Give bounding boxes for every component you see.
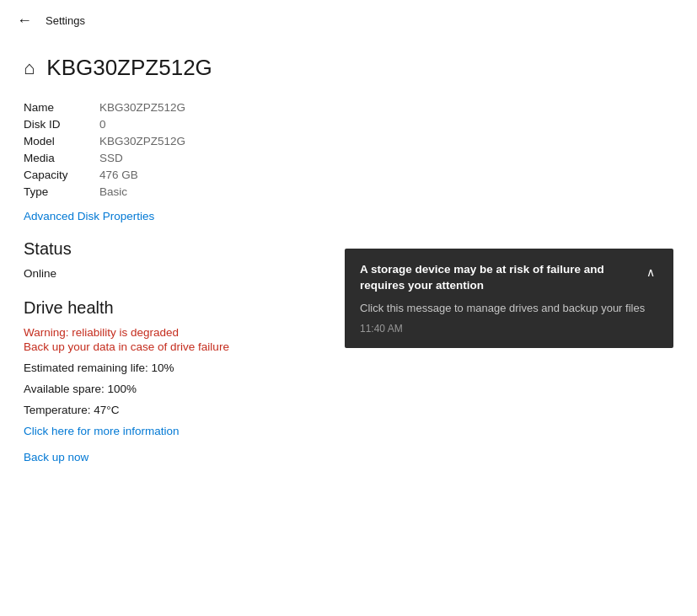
info-row-diskid: Disk ID 0 [24, 118, 673, 131]
back-button[interactable]: ← [13, 10, 35, 31]
advanced-disk-properties-link[interactable]: Advanced Disk Properties [24, 210, 154, 222]
notification-title: A storage device may be at risk of failu… [360, 262, 633, 294]
notification-popup[interactable]: A storage device may be at risk of failu… [345, 249, 673, 348]
notification-body: Click this message to manage drives and … [360, 301, 658, 316]
notification-time: 11:40 AM [360, 323, 658, 335]
more-info-link[interactable]: Click here for more information [24, 425, 180, 437]
available-spare: Available spare: 100% [24, 383, 673, 395]
value-diskid: 0 [99, 118, 106, 131]
value-name: KBG30ZPZ512G [99, 101, 185, 114]
value-capacity: 476 GB [99, 169, 138, 181]
temperature: Temperature: 47°C [24, 404, 673, 416]
notification-header: A storage device may be at risk of failu… [360, 262, 658, 294]
label-media: Media [24, 152, 99, 164]
info-row-model: Model KBG30ZPZ512G [24, 135, 673, 147]
info-row-type: Type Basic [24, 185, 673, 198]
page-header: ⌂ KBG30ZPZ512G [24, 55, 673, 81]
label-type: Type [24, 185, 99, 198]
value-type: Basic [99, 185, 127, 198]
info-row-name: Name KBG30ZPZ512G [24, 101, 673, 114]
backup-now-link[interactable]: Back up now [24, 451, 88, 463]
label-model: Model [24, 135, 99, 147]
value-model: KBG30ZPZ512G [99, 135, 185, 147]
notification-close-button[interactable]: ∧ [643, 264, 658, 281]
disk-info-table: Name KBG30ZPZ512G Disk ID 0 Model KBG30Z… [24, 101, 673, 198]
remaining-life: Estimated remaining life: 10% [24, 362, 673, 374]
label-capacity: Capacity [24, 169, 99, 181]
info-row-media: Media SSD [24, 152, 673, 164]
page-title: KBG30ZPZ512G [46, 55, 212, 81]
label-diskid: Disk ID [24, 118, 99, 131]
window-title: Settings [46, 14, 85, 27]
title-bar: ← Settings [0, 0, 697, 41]
home-icon: ⌂ [24, 57, 35, 79]
label-name: Name [24, 101, 99, 114]
value-media: SSD [99, 152, 123, 164]
info-row-capacity: Capacity 476 GB [24, 169, 673, 181]
